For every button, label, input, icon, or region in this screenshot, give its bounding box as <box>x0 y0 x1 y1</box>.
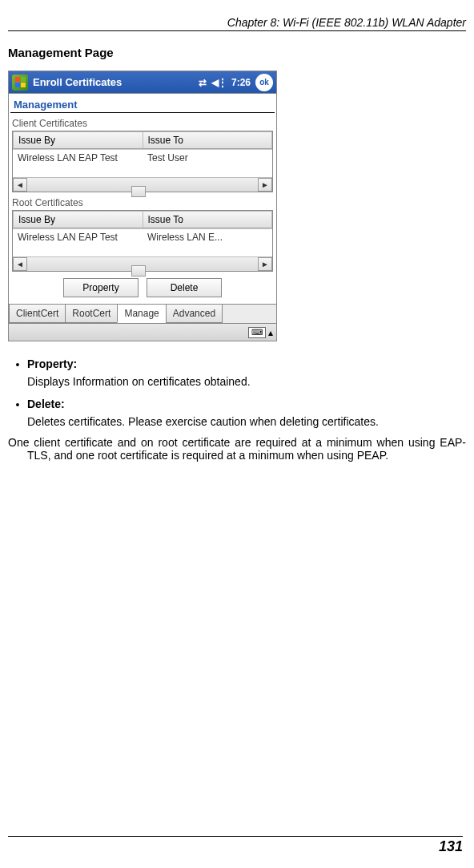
bullet-delete-desc: Deletes certificates. Please exercise ca… <box>27 415 466 428</box>
keyboard-icon[interactable]: ⌨ <box>248 327 266 338</box>
tab-advanced[interactable]: Advanced <box>166 305 223 323</box>
ok-button[interactable]: ok <box>255 74 273 91</box>
bullet-property: • Property: <box>8 357 466 370</box>
column-issue-by[interactable]: Issue By <box>13 131 143 149</box>
bottom-toolbar: ⌨ ▴ <box>9 323 276 341</box>
bullet-dot-icon: • <box>8 357 27 370</box>
bullet-property-title: Property: <box>27 357 77 370</box>
start-menu-icon[interactable] <box>12 75 28 91</box>
client-certs-label: Client Certificates <box>12 118 273 129</box>
root-certs-label: Root Certificates <box>12 197 273 208</box>
button-row: Property Delete <box>9 278 276 297</box>
connectivity-icon[interactable]: ⇄ <box>199 77 207 88</box>
tab-rootcert[interactable]: RootCert <box>65 305 118 323</box>
client-certificates-group: Client Certificates Issue By Issue To Wi… <box>12 118 273 192</box>
root-certs-scrollbar[interactable]: ◄ ► <box>13 256 272 271</box>
final-paragraph: One client certificate and on root certi… <box>8 436 466 462</box>
bullet-property-desc: Displays Information on certificates obt… <box>27 375 466 388</box>
titlebar-status-icons: ⇄ ◀⋮ 7:26 ok <box>199 74 273 91</box>
scroll-left-icon[interactable]: ◄ <box>13 178 27 192</box>
windows-flag-icon <box>15 77 26 87</box>
client-certs-scrollbar[interactable]: ◄ ► <box>13 177 272 192</box>
chapter-header: Chapter 8: Wi-Fi (IEEE 802.11b) WLAN Ada… <box>8 16 466 31</box>
bullet-dot-icon: • <box>8 398 27 410</box>
cell-issue-to: Wireless LAN E... <box>143 229 272 245</box>
table-row[interactable]: Wireless LAN EAP Test Wireless LAN E... <box>13 229 272 245</box>
speaker-icon[interactable]: ◀⋮ <box>211 77 227 88</box>
client-certs-header: Issue By Issue To <box>13 131 272 150</box>
scroll-right-icon[interactable]: ► <box>258 178 272 192</box>
root-certs-header: Issue By Issue To <box>13 211 272 229</box>
cell-issue-to: Test User <box>143 150 272 166</box>
scroll-thumb[interactable] <box>131 186 146 197</box>
column-issue-to[interactable]: Issue To <box>143 131 273 149</box>
delete-button[interactable]: Delete <box>147 278 222 297</box>
window-title: Enroll Certificates <box>33 76 199 88</box>
clock-time[interactable]: 7:26 <box>231 77 251 88</box>
tab-clientcert[interactable]: ClientCert <box>9 305 66 323</box>
window-titlebar: Enroll Certificates ⇄ ◀⋮ 7:26 ok <box>9 71 276 94</box>
scroll-thumb[interactable] <box>131 265 146 277</box>
body-text: • Property: Displays Information on cert… <box>8 357 466 462</box>
sip-arrow-icon[interactable]: ▴ <box>268 327 273 338</box>
tab-manage[interactable]: Manage <box>117 305 166 323</box>
cell-issue-by: Wireless LAN EAP Test <box>13 229 143 245</box>
cell-issue-by: Wireless LAN EAP Test <box>13 150 143 166</box>
bullet-delete: • Delete: <box>8 398 466 410</box>
section-title: Management Page <box>8 46 466 59</box>
embedded-screenshot: Enroll Certificates ⇄ ◀⋮ 7:26 ok Managem… <box>8 71 277 341</box>
property-button[interactable]: Property <box>63 278 139 297</box>
client-certs-list[interactable]: Issue By Issue To Wireless LAN EAP Test … <box>12 131 273 192</box>
table-row[interactable]: Wireless LAN EAP Test Test User <box>13 150 272 166</box>
scroll-left-icon[interactable]: ◄ <box>13 257 27 271</box>
root-certs-list[interactable]: Issue By Issue To Wireless LAN EAP Test … <box>12 210 273 272</box>
management-heading: Management <box>10 94 275 113</box>
column-issue-to[interactable]: Issue To <box>143 211 273 228</box>
column-issue-by[interactable]: Issue By <box>13 211 143 228</box>
tab-bar: ClientCert RootCert Manage Advanced <box>9 304 276 323</box>
page-number: 131 <box>8 836 463 855</box>
root-certificates-group: Root Certificates Issue By Issue To Wire… <box>12 197 273 272</box>
scroll-right-icon[interactable]: ► <box>258 257 272 271</box>
bullet-delete-title: Delete: <box>27 398 65 410</box>
